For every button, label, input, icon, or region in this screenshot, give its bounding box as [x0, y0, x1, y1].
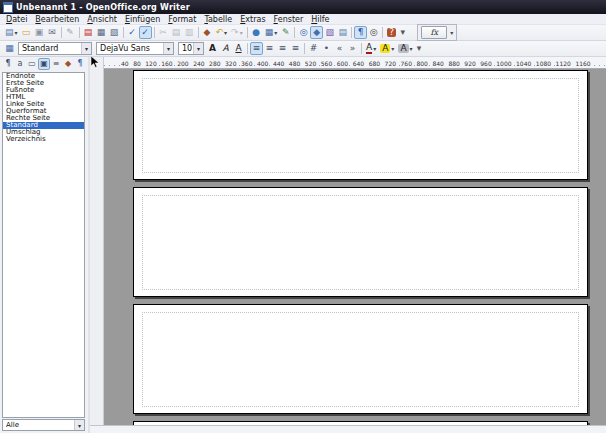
gallery-button[interactable]: ▧: [323, 26, 336, 39]
formatting-toolbar: ▦ Standard ▾ DejaVu Sans ▾ 10 ▾ AAA≡≡≡≡#…: [0, 41, 606, 57]
chevron-down-icon[interactable]: ▾: [81, 43, 91, 54]
page-style-list[interactable]: EndnoteErste SeiteFußnoteHTMLLinke Seite…: [2, 72, 85, 418]
ruler-tick-560: 560: [320, 61, 333, 67]
hyperlink-button[interactable]: ●: [250, 26, 263, 39]
redo-dropdown-icon[interactable]: ▾: [240, 30, 243, 36]
font-size-combo[interactable]: 10 ▾: [178, 42, 204, 55]
email-document-button[interactable]: ✉: [46, 26, 59, 39]
align-right-button[interactable]: ≡: [276, 42, 289, 55]
new-style-from-selection-button[interactable]: ¶: [74, 58, 86, 70]
paragraph-style-combo[interactable]: Standard ▾: [18, 42, 92, 55]
chevron-down-icon[interactable]: ▾: [163, 43, 173, 54]
undo-dropdown-icon[interactable]: ▾: [224, 30, 227, 36]
data-sources-icon: ▤: [338, 28, 347, 37]
ruler-tick-520: 520: [304, 61, 317, 67]
auto-spellcheck-button[interactable]: ✓: [139, 26, 152, 39]
new-document-dropdown-icon[interactable]: ▾: [15, 30, 18, 36]
increase-indent-button[interactable]: »: [346, 42, 359, 55]
nonprinting-characters-button[interactable]: ¶: [354, 26, 367, 39]
style-item-verzeichnis[interactable]: Verzeichnis: [3, 136, 84, 143]
paragraph-styles-button[interactable]: ¶: [2, 58, 14, 70]
style-filter-select[interactable]: Alle ▾: [2, 419, 85, 431]
align-center-button[interactable]: ≡: [263, 42, 276, 55]
toolbar-separator: [154, 27, 155, 38]
menubar: DateiBearbeitenAnsichtEinfügenFormatTabe…: [0, 14, 606, 25]
formula-toolbar: fx ▾: [417, 24, 457, 41]
highlighting-button[interactable]: A▾: [378, 42, 396, 55]
page-preview-button[interactable]: ▧: [108, 26, 121, 39]
list-styles-button[interactable]: ≡: [50, 58, 62, 70]
open-button[interactable]: ▭: [20, 26, 33, 39]
titlebar[interactable]: Unbenannt 1 - OpenOffice.org Writer: [0, 0, 606, 14]
page-styles-button[interactable]: ▣: [38, 58, 50, 70]
style-filter-value: Alle: [6, 421, 19, 429]
page-2[interactable]: [133, 187, 588, 297]
new-document-button[interactable]: ▤▾: [3, 26, 20, 39]
auto-spellcheck-icon: ✓: [141, 28, 149, 37]
horizontal-ruler[interactable]: 4080120160200240280320360400440480520560…: [104, 57, 606, 69]
menu-ansicht[interactable]: Ansicht: [83, 14, 121, 25]
menu-datei[interactable]: Datei: [2, 14, 31, 25]
horizontal-scrollbar[interactable]: [90, 425, 606, 433]
insert-table-button[interactable]: ▦▾: [263, 26, 280, 39]
font-color-dropdown-icon[interactable]: ▾: [373, 46, 376, 52]
insert-table-dropdown-icon[interactable]: ▾: [274, 30, 277, 36]
styles-window-button[interactable]: ▦: [3, 42, 16, 55]
formula-button[interactable]: fx: [421, 26, 447, 39]
font-name-combo[interactable]: DejaVu Sans ▾: [96, 42, 174, 55]
bullet-list-button[interactable]: •: [320, 42, 333, 55]
data-sources-button[interactable]: ▤: [336, 26, 349, 39]
menu-fenster[interactable]: Fenster: [270, 14, 308, 25]
numbered-list-button[interactable]: #: [307, 42, 320, 55]
chevron-down-icon[interactable]: ▾: [74, 420, 84, 430]
chevron-down-icon[interactable]: ▾: [193, 43, 203, 54]
mouse-cursor: [91, 56, 100, 68]
toolbar-separator: [198, 27, 199, 38]
fill-format-mode-button[interactable]: ◆: [62, 58, 74, 70]
vertical-ruler[interactable]: [90, 57, 104, 425]
redo-button: ↷▾: [229, 26, 245, 39]
align-justified-button[interactable]: ≡: [289, 42, 302, 55]
print-button[interactable]: ▦: [95, 26, 108, 39]
edit-file-button[interactable]: ✎: [64, 26, 77, 39]
decrease-indent-button[interactable]: «: [333, 42, 346, 55]
spelling-button[interactable]: ✓: [126, 26, 139, 39]
frame-styles-button[interactable]: ▭: [26, 58, 38, 70]
menu-format[interactable]: Format: [164, 14, 200, 25]
font-color-button[interactable]: A▾: [364, 42, 378, 55]
formula-toolbar-options-icon[interactable]: ▾: [450, 30, 453, 36]
find-replace-button[interactable]: ◎: [297, 26, 310, 39]
menu-hilfe[interactable]: Hilfe: [307, 14, 333, 25]
background-color-button[interactable]: A▾: [396, 42, 414, 55]
formatting-options-button[interactable]: ▾: [415, 42, 424, 55]
align-left-icon: ≡: [253, 44, 261, 53]
page-3[interactable]: [133, 304, 588, 414]
email-document-icon: ✉: [48, 28, 56, 37]
italic-button[interactable]: A: [219, 42, 232, 55]
undo-button[interactable]: ↶▾: [214, 26, 230, 39]
format-paintbrush-button[interactable]: ◆: [201, 26, 214, 39]
bold-button[interactable]: A: [206, 42, 219, 55]
menu-bearbeiten[interactable]: Bearbeiten: [31, 14, 83, 25]
page-1[interactable]: [133, 70, 588, 180]
draw-functions-button[interactable]: ✎: [279, 26, 292, 39]
navigator-button[interactable]: ◆: [310, 26, 323, 39]
menu-tabelle[interactable]: Tabelle: [200, 14, 236, 25]
highlighting-icon: A: [380, 44, 390, 53]
menu-einfgen[interactable]: Einfügen: [121, 14, 164, 25]
save-button[interactable]: ▣: [33, 26, 46, 39]
ruler-tick-40: 40: [120, 61, 130, 67]
underline-button[interactable]: A: [232, 42, 245, 55]
character-styles-button[interactable]: a: [14, 58, 26, 70]
menu-extras[interactable]: Extras: [236, 14, 269, 25]
background-color-dropdown-icon[interactable]: ▾: [410, 46, 413, 52]
formatting-toolbar-buttons: AAA≡≡≡≡#•«»A▾A▾A▾▾: [206, 42, 424, 55]
export-pdf-button[interactable]: ▤: [82, 26, 95, 39]
align-left-button[interactable]: ≡: [250, 42, 263, 55]
help-button[interactable]: ?: [385, 26, 398, 39]
highlighting-dropdown-icon[interactable]: ▾: [391, 46, 394, 52]
toolbar-options-button[interactable]: ▾: [398, 26, 407, 39]
zoom-button[interactable]: ◎: [367, 26, 380, 39]
document-canvas[interactable]: [104, 69, 606, 425]
toolbar-separator: [123, 27, 124, 38]
